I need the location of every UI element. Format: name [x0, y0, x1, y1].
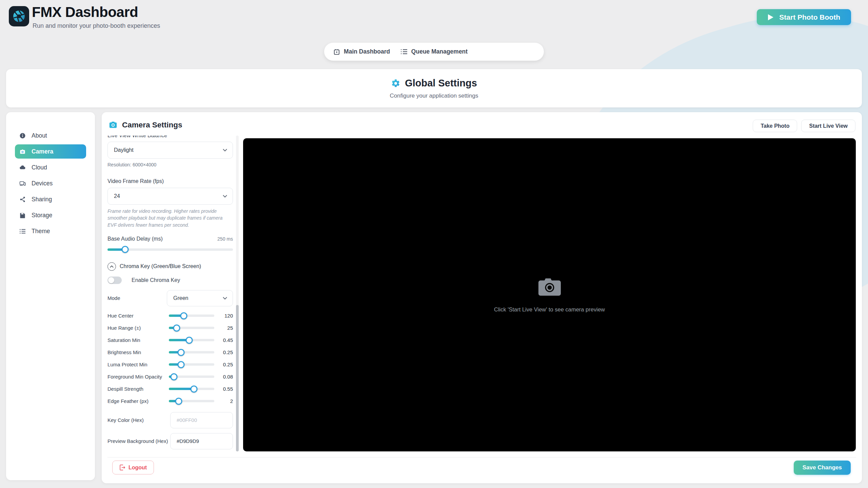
white-balance-select[interactable]: Daylight	[107, 142, 233, 159]
footer-divider	[107, 457, 856, 458]
slider-thumb[interactable]	[178, 361, 185, 368]
despill-strength-slider[interactable]	[169, 388, 214, 390]
camera-settings-panel: Camera Settings Take Photo Start Live Vi…	[102, 112, 862, 483]
collapse-section-button[interactable]	[107, 262, 116, 271]
chevron-down-icon	[223, 149, 227, 151]
saturation-min-slider[interactable]	[169, 339, 214, 341]
slider-thumb[interactable]	[175, 398, 182, 405]
main-nav-tabbar: Main Dashboard Queue Management Global S…	[324, 43, 544, 61]
tab-queue-management[interactable]: Queue Management	[398, 44, 470, 59]
slider-value: 0.45	[214, 337, 233, 343]
luma-protect-min-slider[interactable]	[169, 363, 214, 366]
sidebar-item-about[interactable]: About	[15, 128, 86, 143]
enable-chroma-key-toggle[interactable]	[107, 277, 122, 284]
settings-scrollbar[interactable]	[236, 136, 239, 451]
hue-center-slider[interactable]	[169, 314, 214, 317]
preview-background-input[interactable]	[170, 433, 233, 449]
sidebar-item-label: Theme	[32, 228, 50, 235]
slider-thumb[interactable]	[180, 312, 188, 319]
slider-thumb[interactable]	[173, 324, 180, 331]
settings-sidebar: About Camera Cloud Devices Sharing Stora…	[6, 112, 95, 480]
logout-button[interactable]: Logout	[112, 461, 154, 474]
sidebar-item-cloud[interactable]: Cloud	[15, 160, 86, 175]
brightness-min-slider[interactable]	[169, 351, 214, 353]
slider-label: Hue Center	[107, 313, 169, 319]
frame-rate-label: Video Frame Rate (fps)	[107, 178, 233, 184]
app-title: FMX Dashboard	[32, 4, 138, 20]
scrollbar-thumb[interactable]	[236, 305, 239, 451]
tab-global-settings[interactable]: Global Settings	[470, 44, 542, 59]
slider-label: Despill Strength	[107, 386, 169, 392]
calendar-icon	[333, 48, 340, 55]
logout-icon	[119, 464, 125, 471]
camera-icon	[19, 148, 26, 155]
slider-value: 0.25	[214, 349, 233, 355]
white-balance-value: Daylight	[114, 147, 134, 153]
frame-rate-help: Frame rate for video recording. Higher r…	[107, 208, 233, 228]
logout-label: Logout	[129, 465, 147, 471]
app-subtitle: Run and monitor your photo-booth experie…	[33, 22, 160, 29]
tab-label: Queue Management	[411, 48, 468, 55]
slider-thumb[interactable]	[170, 373, 177, 380]
edge-feather-slider[interactable]	[169, 400, 214, 402]
slider-row-hue-center: Hue Center 120	[107, 310, 233, 322]
slider-row-despill-strength: Despill Strength 0.55	[107, 383, 233, 395]
app-header: FMX Dashboard Run and monitor your photo…	[0, 0, 868, 35]
sidebar-item-sharing[interactable]: Sharing	[15, 192, 86, 206]
hue-range-slider[interactable]	[169, 327, 214, 329]
key-color-label: Key Color (Hex)	[107, 417, 170, 423]
tab-label: Global Settings	[490, 48, 533, 55]
start-live-view-button[interactable]: Start Live View	[801, 120, 855, 132]
gear-icon	[479, 48, 486, 55]
slider-row-saturation-min: Saturation Min 0.45	[107, 334, 233, 346]
audio-delay-value: 250 ms	[217, 236, 233, 242]
page-title: Global Settings	[405, 78, 477, 89]
sidebar-item-label: Cloud	[32, 164, 47, 171]
slider-value: 0.55	[214, 386, 233, 392]
sidebar-item-label: Storage	[32, 212, 52, 219]
mode-value: Green	[173, 295, 188, 301]
panel-title-label: Camera Settings	[122, 121, 182, 129]
sidebar-item-label: About	[32, 132, 47, 139]
slider-row-foreground-min-opacity: Foreground Min Opacity 0.08	[107, 371, 233, 383]
slider-row-brightness-min: Brightness Min 0.25	[107, 346, 233, 359]
chevron-down-icon	[223, 297, 227, 300]
audio-delay-slider[interactable]	[107, 248, 233, 251]
slider-thumb[interactable]	[121, 246, 129, 253]
frame-rate-select[interactable]: 24	[107, 188, 233, 205]
slider-label: Hue Range (±)	[107, 325, 169, 331]
key-color-input[interactable]	[170, 412, 233, 428]
sidebar-item-storage[interactable]: Storage	[15, 208, 86, 222]
toggle-knob	[108, 277, 114, 283]
audio-delay-label: Base Audio Delay (ms)	[107, 236, 163, 242]
preview-message: Click 'Start Live View' to see camera pr…	[494, 306, 605, 313]
slider-row-edge-feather: Edge Feather (px) 2	[107, 395, 233, 407]
slider-thumb[interactable]	[186, 337, 193, 344]
start-photo-booth-label: Start Photo Booth	[779, 13, 840, 21]
chroma-section-title: Chroma Key (Green/Blue Screen)	[120, 263, 201, 269]
sidebar-item-theme[interactable]: Theme	[15, 224, 86, 238]
tab-main-dashboard[interactable]: Main Dashboard	[326, 44, 398, 59]
start-photo-booth-button[interactable]: Start Photo Booth	[757, 9, 851, 25]
devices-icon	[19, 180, 26, 187]
share-icon	[19, 196, 26, 203]
sidebar-item-label: Devices	[32, 180, 53, 187]
settings-scroll-area[interactable]: Live View White Balance Daylight Resolut…	[107, 136, 233, 451]
mode-select[interactable]: Green	[167, 290, 233, 306]
slider-label: Foreground Min Opacity	[107, 374, 169, 380]
camera-icon	[108, 120, 118, 129]
slider-thumb[interactable]	[190, 385, 197, 392]
sidebar-item-devices[interactable]: Devices	[15, 176, 86, 190]
slider-thumb[interactable]	[178, 349, 185, 356]
white-balance-label: Live View White Balance	[107, 136, 233, 139]
slider-label: Edge Feather (px)	[107, 398, 169, 404]
storage-icon	[19, 212, 26, 219]
gear-icon	[391, 79, 400, 88]
sidebar-item-camera[interactable]: Camera	[15, 144, 86, 159]
slider-label: Saturation Min	[107, 337, 169, 343]
foreground-min-opacity-slider[interactable]	[169, 375, 214, 378]
save-changes-button[interactable]: Save Changes	[794, 461, 851, 475]
enable-chroma-key-label: Enable Chroma Key	[132, 277, 180, 283]
resolution-hint: Resolution: 6000×4000	[107, 162, 233, 167]
take-photo-button[interactable]: Take Photo	[753, 120, 797, 132]
